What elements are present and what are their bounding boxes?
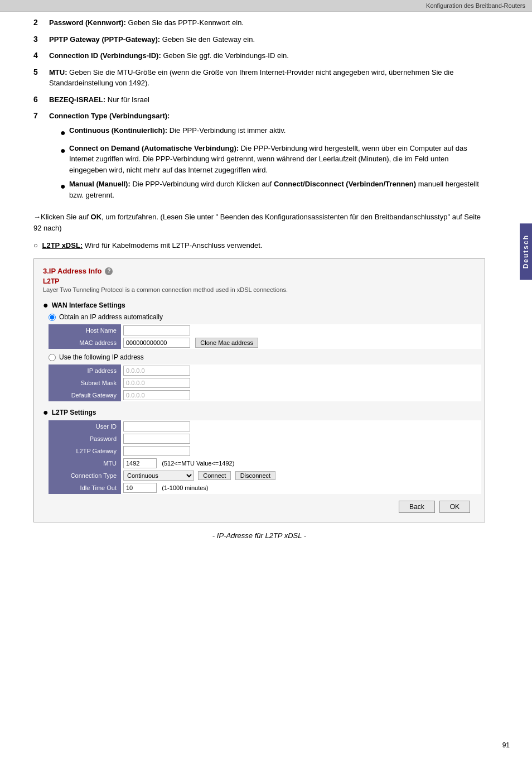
userid-input-cell <box>121 420 481 433</box>
item-number-2: 2 <box>33 17 49 27</box>
ip-label: IP address <box>49 364 121 377</box>
item-label-7: Connection Type (Verbindungsart): <box>49 112 170 120</box>
list-item-5: 5 MTU: Geben Sie die MTU-Größe ein (wenn… <box>33 67 485 89</box>
page-number: 91 <box>502 741 510 749</box>
wan-settings-section: ● WAN Interface Settings Obtain an IP ad… <box>43 301 476 401</box>
table-row-ip: IP address <box>49 364 481 377</box>
hostname-label: Host Name <box>49 324 121 337</box>
bullet-dot-2: ● <box>60 144 69 157</box>
main-content: 2 Password (Kennwort): Geben Sie das PPT… <box>0 12 519 551</box>
gateway-input[interactable] <box>123 390 190 400</box>
sidebar-tab: Deutsch <box>520 223 532 280</box>
radio-auto[interactable] <box>49 314 56 321</box>
connection-type-select[interactable]: Continuous Connect on Demand Manual <box>123 471 194 481</box>
wan-bullet-icon: ● <box>43 301 49 310</box>
clone-mac-button[interactable]: Clone Mac address <box>195 338 258 348</box>
gateway-label: Default Gateway <box>49 389 121 401</box>
item-content-2: Password (Kennwort): Geben Sie das PPTP-… <box>49 17 485 28</box>
ip-input[interactable] <box>123 366 190 376</box>
config-box: 3.IP Address Info ? L2TP Layer Two Tunne… <box>33 258 485 522</box>
item-label-3: PPTP Gateway (PPTP-Gateway): <box>49 35 160 44</box>
bottom-buttons: Back OK <box>43 501 476 513</box>
item-number-7: 7 <box>33 111 49 120</box>
table-row-mac: MAC address Clone Mac address <box>49 337 481 349</box>
auto-fields-table: Host Name MAC address Clone Mac address <box>49 324 481 349</box>
password-label: Password <box>49 433 121 445</box>
item-number-3: 3 <box>33 34 49 44</box>
table-row-subnet: Subnet Mask <box>49 377 481 389</box>
table-row-password: Password <box>49 433 481 445</box>
idle-input[interactable] <box>123 483 157 493</box>
list-item-2: 2 Password (Kennwort): Geben Sie das PPT… <box>33 17 485 28</box>
question-icon[interactable]: ? <box>105 267 113 275</box>
mtu-label: MTU <box>49 457 121 469</box>
config-title-text: 3.IP Address Info <box>43 267 101 275</box>
table-row-connection-type: Connection Type Continuous Connect on De… <box>49 469 481 482</box>
radio-manual-label: Use the following IP address <box>59 353 144 361</box>
mac-input[interactable] <box>123 338 190 348</box>
ip-input-cell <box>121 364 481 377</box>
bullet-list: ● Continuous (Kontinuierlich): Die PPP-V… <box>60 125 485 201</box>
gateway-input-cell <box>121 389 481 401</box>
l2tp-gateway-input[interactable] <box>123 446 190 456</box>
l2tp-gateway-label: L2TP Gateway <box>49 445 121 457</box>
table-row-hostname: Host Name <box>49 324 481 337</box>
connect-button[interactable]: Connect <box>198 471 231 480</box>
subnet-input[interactable] <box>123 378 190 388</box>
mtu-input-cell: (512<=MTU Value<=1492) <box>121 457 481 469</box>
item-content-6: BEZEQ-ISRAEL: Nur für Israel <box>49 94 485 105</box>
l2tp-text: Wird für Kabelmodems mit L2TP-Anschluss … <box>83 241 262 250</box>
list-item-6: 6 BEZEQ-ISRAEL: Nur für Israel <box>33 94 485 105</box>
radio-manual[interactable] <box>49 354 56 361</box>
userid-input[interactable] <box>123 421 190 431</box>
radio-auto-label: Obtain an IP address automatically <box>59 313 163 321</box>
hostname-input[interactable] <box>123 325 190 335</box>
arrow-note-bold: OK <box>91 213 102 221</box>
item-content-5: MTU: Geben Sie die MTU-Größe ein (wenn d… <box>49 67 485 89</box>
l2tp-subtitle: L2TP <box>43 277 476 285</box>
ok-button[interactable]: OK <box>439 501 470 513</box>
mtu-hint: (512<=MTU Value<=1492) <box>162 460 234 467</box>
radio-auto-row: Obtain an IP address automatically <box>49 313 476 321</box>
list-item-3: 3 PPTP Gateway (PPTP-Gateway): Geben Sie… <box>33 34 485 45</box>
password-input[interactable] <box>123 434 190 444</box>
connection-type-cell: Continuous Connect on Demand Manual Conn… <box>121 469 481 482</box>
item-number-6: 6 <box>33 94 49 104</box>
subnet-input-cell <box>121 377 481 389</box>
table-row-idle: Idle Time Out (1-1000 minutes) <box>49 482 481 494</box>
l2tp-settings-title: ● L2TP Settings <box>43 408 476 417</box>
bullet-item-1: ● Continuous (Kontinuierlich): Die PPP-V… <box>60 125 485 140</box>
connection-type-label: Connection Type <box>49 469 121 482</box>
mac-input-cell: Clone Mac address <box>121 337 481 349</box>
bullet-dot-1: ● <box>60 126 69 140</box>
item-label-6: BEZEQ-ISRAEL: <box>49 95 105 104</box>
subnet-label: Subnet Mask <box>49 377 121 389</box>
mtu-input[interactable] <box>123 458 157 468</box>
l2tp-settings-title-text: L2TP Settings <box>52 409 96 416</box>
bullet-label-3b: Connect/Disconnect (Verbinden/Trennen) <box>274 180 416 188</box>
radio-manual-row: Use the following IP address <box>49 353 476 361</box>
item-number-5: 5 <box>33 67 49 76</box>
config-section-title: 3.IP Address Info ? <box>43 267 476 275</box>
bullet-item-3: ● Manual (Manuell): Die PPP-Verbindung w… <box>60 179 485 200</box>
wan-settings-title: ● WAN Interface Settings <box>43 301 476 310</box>
item-label-5: MTU: <box>49 68 67 76</box>
l2tp-fields-table: User ID Password L2TP Gateway <box>49 420 481 494</box>
manual-fields-table: IP address Subnet Mask Default Gateway <box>49 364 481 401</box>
caption: - IP-Adresse für L2TP xDSL - <box>33 531 485 540</box>
idle-input-cell: (1-1000 minutes) <box>121 482 481 494</box>
item-label-4: Connection ID (Verbindungs-ID): <box>49 51 161 60</box>
table-row-userid: User ID <box>49 420 481 433</box>
table-row-gateway: Default Gateway <box>49 389 481 401</box>
back-button[interactable]: Back <box>399 501 435 513</box>
disconnect-button[interactable]: Disconnect <box>235 471 275 480</box>
l2tp-desc: Layer Two Tunneling Protocol is a common… <box>43 286 476 293</box>
wan-title-text: WAN Interface Settings <box>52 301 125 309</box>
bullet-text-1: Continuous (Kontinuierlich): Die PPP-Ver… <box>69 125 286 136</box>
idle-label: Idle Time Out <box>49 482 121 494</box>
hostname-input-cell <box>121 324 481 337</box>
item-number-4: 4 <box>33 50 49 60</box>
password-input-cell <box>121 433 481 445</box>
mac-label: MAC address <box>49 337 121 349</box>
bullet-label-1: Continuous (Kontinuierlich): <box>69 126 167 135</box>
